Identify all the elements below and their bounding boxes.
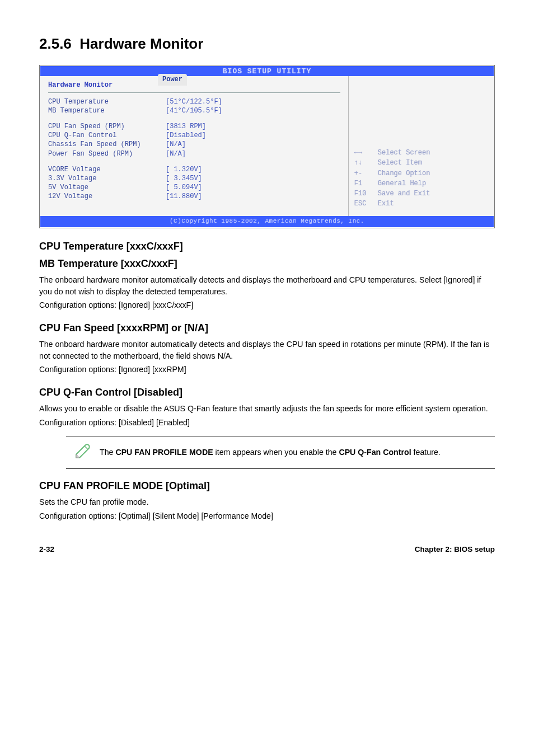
sub-heading: MB Temperature [xxxC/xxxF] bbox=[39, 257, 495, 271]
bios-screenshot: BIOS SETUP UTILITY Power Hardware Monito… bbox=[39, 65, 495, 228]
bios-help-key: ←→ bbox=[354, 148, 378, 157]
bios-value: [N/A] bbox=[166, 149, 186, 158]
bios-help-row: ↑↓Select Item bbox=[354, 158, 488, 167]
bios-help: ←→Select Screen ↑↓Select Item +-Change O… bbox=[354, 148, 488, 209]
bios-row: CPU Temperature[51°C/122.5°F] bbox=[48, 97, 340, 106]
bios-value: [ 3.345V] bbox=[166, 174, 202, 183]
bios-menu-tab: Power bbox=[158, 74, 187, 86]
svg-line-0 bbox=[85, 446, 88, 449]
sub-heading: CPU Q-Fan Control [Disabled] bbox=[39, 386, 495, 400]
bios-help-row: ←→Select Screen bbox=[354, 148, 488, 157]
bios-value: [41°C/105.5°F] bbox=[166, 106, 222, 115]
sub-heading: CPU Temperature [xxxC/xxxF] bbox=[39, 240, 495, 253]
sub-heading: CPU Fan Speed [xxxxRPM] or [N/A] bbox=[39, 321, 495, 335]
section-number: 2.5.6 bbox=[39, 35, 72, 52]
bios-label: 3.3V Voltage bbox=[48, 174, 166, 183]
note-span: item appears when you enable the bbox=[213, 448, 339, 457]
note-bold: CPU FAN PROFILE MODE bbox=[115, 448, 213, 457]
bios-left-panel: Hardware Monitor CPU Temperature[51°C/12… bbox=[40, 76, 349, 216]
body-text: The onboard hardware monitor automatical… bbox=[39, 339, 495, 361]
bios-value: [N/A] bbox=[166, 140, 186, 149]
bios-help-key: F10 bbox=[354, 189, 378, 198]
note-box: The CPU FAN PROFILE MODE item appears wh… bbox=[66, 436, 495, 469]
bios-label: 12V Voltage bbox=[48, 192, 166, 201]
bios-label: VCORE Voltage bbox=[48, 165, 166, 174]
bios-row: 3.3V Voltage[ 3.345V] bbox=[48, 174, 340, 183]
bios-help-key: ↑↓ bbox=[354, 158, 378, 167]
note-span: feature. bbox=[411, 448, 441, 457]
bios-row: Power Fan Speed (RPM)[N/A] bbox=[48, 149, 340, 158]
body-text: Configuration options: [Disabled] [Enabl… bbox=[39, 417, 495, 429]
bios-help-key: F1 bbox=[354, 179, 378, 188]
bios-help-key: +- bbox=[354, 169, 378, 178]
bios-value: [3813 RPM] bbox=[166, 122, 206, 131]
page-number: 2-32 bbox=[39, 544, 54, 555]
bios-row: Chassis Fan Speed (RPM)[N/A] bbox=[48, 140, 340, 149]
bios-title-bar: BIOS SETUP UTILITY Power bbox=[40, 66, 494, 76]
bios-block: CPU Temperature[51°C/122.5°F] MB Tempera… bbox=[48, 97, 340, 115]
body-text: The onboard hardware monitor automatical… bbox=[39, 274, 495, 297]
pencil-icon bbox=[66, 441, 100, 464]
bios-value: [11.880V] bbox=[166, 192, 202, 201]
bios-help-text: Exit bbox=[378, 199, 394, 208]
bios-row: CPU Fan Speed (RPM)[3813 RPM] bbox=[48, 122, 340, 131]
bios-row: 12V Voltage[11.880V] bbox=[48, 192, 340, 201]
section-heading: 2.5.6 Hardware Monitor bbox=[39, 34, 495, 54]
bios-help-text: Change Option bbox=[378, 169, 430, 178]
bios-label: Chassis Fan Speed (RPM) bbox=[48, 140, 166, 149]
note-span: The bbox=[100, 448, 115, 457]
body-text: Configuration options: [Ignored] [xxxC/x… bbox=[39, 299, 495, 311]
bios-label: MB Temperature bbox=[48, 106, 166, 115]
body-text: Allows you to enable or disable the ASUS… bbox=[39, 403, 495, 415]
bios-label: 5V Voltage bbox=[48, 183, 166, 192]
bios-help-row: F1General Help bbox=[354, 179, 488, 188]
note-text: The CPU FAN PROFILE MODE item appears wh… bbox=[100, 447, 441, 458]
bios-label: CPU Fan Speed (RPM) bbox=[48, 122, 166, 131]
bios-help-text: Select Item bbox=[378, 158, 422, 167]
bios-help-text: Select Screen bbox=[378, 148, 430, 157]
bios-block: VCORE Voltage[ 1.320V] 3.3V Voltage[ 3.3… bbox=[48, 165, 340, 201]
bios-block: CPU Fan Speed (RPM)[3813 RPM] CPU Q-Fan … bbox=[48, 122, 340, 158]
bios-title: BIOS SETUP UTILITY bbox=[223, 67, 311, 77]
bios-row: VCORE Voltage[ 1.320V] bbox=[48, 165, 340, 174]
bios-value: [51°C/122.5°F] bbox=[166, 97, 222, 106]
bios-label: CPU Q-Fan Control bbox=[48, 131, 166, 140]
bios-row: MB Temperature[41°C/105.5°F] bbox=[48, 106, 340, 115]
bios-help-row: ESCExit bbox=[354, 199, 488, 208]
page-footer: 2-32 Chapter 2: BIOS setup bbox=[39, 544, 495, 555]
bios-help-panel: ←→Select Screen ↑↓Select Item +-Change O… bbox=[349, 76, 494, 216]
bios-body: Hardware Monitor CPU Temperature[51°C/12… bbox=[40, 76, 494, 216]
chapter-label: Chapter 2: BIOS setup bbox=[415, 544, 495, 555]
body-text: Configuration options: [Ignored] [xxxRPM… bbox=[39, 364, 495, 375]
body-text: Sets the CPU fan profile mode. bbox=[39, 496, 495, 508]
bios-value: [Disabled] bbox=[166, 131, 206, 140]
section-title-text: Hardware Monitor bbox=[79, 35, 203, 52]
bios-row: 5V Voltage[ 5.094V] bbox=[48, 183, 340, 192]
bios-help-text: Save and Exit bbox=[378, 189, 430, 198]
bios-help-row: +-Change Option bbox=[354, 169, 488, 178]
bios-menu-title: Hardware Monitor bbox=[48, 81, 340, 92]
body-text: Configuration options: [Optimal] [Silent… bbox=[39, 510, 495, 522]
bios-footer: (C)Copyright 1985-2002, American Megatre… bbox=[40, 216, 494, 227]
bios-help-key: ESC bbox=[354, 199, 378, 208]
note-bold: CPU Q-Fan Control bbox=[339, 448, 411, 457]
bios-help-row: F10Save and Exit bbox=[354, 189, 488, 198]
bios-value: [ 5.094V] bbox=[166, 183, 202, 192]
bios-row: CPU Q-Fan Control[Disabled] bbox=[48, 131, 340, 140]
sub-heading: CPU FAN PROFILE MODE [Optimal] bbox=[39, 479, 495, 493]
bios-label: CPU Temperature bbox=[48, 97, 166, 106]
bios-value: [ 1.320V] bbox=[166, 165, 202, 174]
bios-help-text: General Help bbox=[378, 179, 426, 188]
bios-label: Power Fan Speed (RPM) bbox=[48, 149, 166, 158]
